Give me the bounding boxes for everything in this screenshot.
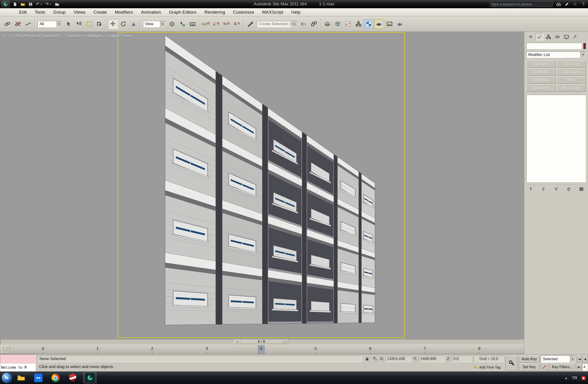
tab-display[interactable] (562, 33, 571, 40)
edit-named-selection-sets-button[interactable] (246, 19, 255, 29)
select-and-link-button[interactable] (2, 19, 12, 29)
show-end-result-button[interactable] (540, 186, 547, 192)
undo-button[interactable]: ↶▼ (34, 1, 44, 7)
save-file-button[interactable] (27, 1, 34, 7)
tab-modify[interactable] (535, 33, 544, 40)
coord-y-field[interactable] (419, 356, 444, 362)
menu-edit[interactable]: Edit (15, 8, 31, 17)
infocenter-help-button[interactable]: ? (580, 1, 587, 7)
new-scene-button[interactable] (11, 1, 19, 7)
redo-dropdown-arrow-icon[interactable]: ▼ (49, 3, 52, 5)
schematic-view-button[interactable] (354, 19, 363, 29)
tab-motion[interactable] (553, 33, 562, 40)
tab-utilities[interactable] (571, 33, 580, 40)
modifier-button-extrude[interactable]: Extrude (526, 69, 556, 76)
selection-lock-toggle[interactable] (364, 356, 371, 362)
select-and-move-button[interactable] (108, 19, 118, 29)
menu-maxscript[interactable]: MAXScript (258, 8, 287, 17)
rectangular-selection-region-button[interactable] (84, 19, 94, 29)
open-mini-curve-editor-button[interactable] (1, 346, 9, 353)
taskbar-explorer-button[interactable] (15, 372, 28, 383)
undo-dropdown-arrow-icon[interactable]: ▼ (40, 3, 42, 5)
project-folder-button[interactable] (53, 1, 61, 7)
chevron-down-icon[interactable]: ▼ (580, 52, 586, 58)
bind-to-space-warp-button[interactable] (23, 19, 33, 29)
select-and-rotate-button[interactable] (118, 19, 128, 29)
menu-animation[interactable]: Animation (137, 8, 165, 17)
configure-modifier-sets-button[interactable] (577, 186, 586, 192)
coord-x-field[interactable] (386, 356, 411, 362)
taskbar-3dsmax-button[interactable] (83, 372, 96, 383)
tray-app-icon[interactable] (581, 376, 586, 380)
select-object-button[interactable] (63, 19, 73, 29)
menu-views[interactable]: Views (70, 8, 89, 17)
previous-frame-arrow[interactable]: < (235, 340, 241, 344)
key-filters-button[interactable]: Key Filters... (549, 364, 575, 371)
current-frame-field[interactable] (582, 364, 588, 371)
selection-filter-combo[interactable]: All ▼ (38, 21, 62, 27)
modifier-button-edit-spline[interactable]: Edit Spline (557, 69, 586, 76)
favorites-button[interactable]: ☆ (571, 1, 578, 7)
modifier-button-edit-mesh[interactable]: Edit Mesh (526, 61, 556, 68)
mirror-button[interactable] (299, 19, 309, 29)
viewport-canvas[interactable]: [ + ] [ VRayPhysicalCamera001 ] [ Smooth… (0, 32, 524, 339)
menu-customize[interactable]: Customize (229, 8, 258, 17)
tab-create[interactable] (526, 33, 535, 40)
use-pivot-point-center-button[interactable] (167, 19, 177, 29)
percent-snap-toggle-button[interactable]: % (222, 19, 232, 29)
key-mode-combo[interactable]: Selected ▼ (541, 356, 575, 363)
select-and-scale-button[interactable] (129, 19, 139, 29)
viewport-general-menu[interactable]: [ + ] (3, 34, 10, 38)
menu-modifiers[interactable]: Modifiers (111, 8, 137, 17)
align-button[interactable] (309, 19, 319, 29)
unlink-selection-button[interactable] (13, 19, 23, 29)
chevron-down-icon[interactable]: ▼ (56, 21, 62, 27)
modifier-button-mapscaler[interactable]: MapScaler (557, 85, 586, 92)
rendered-frame-window-button[interactable] (385, 19, 395, 29)
previous-frame-button[interactable]: ◀ (582, 356, 588, 363)
viewport-shading-menu[interactable]: [ Smooth + Highlights + Edged Faces ] (65, 34, 134, 38)
menu-create[interactable]: Create (89, 8, 111, 17)
track-bar[interactable]: 0 1 2 3 4 5 6 7 8 (0, 345, 524, 354)
make-unique-button[interactable] (552, 186, 560, 192)
render-setup-button[interactable] (374, 19, 384, 29)
chevron-down-icon[interactable]: ▼ (292, 21, 297, 27)
default-tangent-button[interactable] (541, 364, 548, 371)
set-key-button[interactable]: Set Key (519, 364, 540, 371)
language-indicator[interactable]: TR (572, 376, 577, 381)
layer-manager-button[interactable] (322, 19, 332, 29)
search-binoculars-button[interactable] (555, 1, 562, 7)
chevron-down-icon[interactable]: ▼ (570, 356, 575, 362)
modifier-button-edit-poly[interactable]: Edit Poly (557, 61, 586, 68)
modifier-button-slice[interactable]: Slice (557, 77, 586, 84)
maxscript-mini-listener[interactable]: Welcome to M (0, 363, 36, 372)
reference-coordinate-system-combo[interactable]: View ▼ (143, 21, 166, 27)
add-time-tag[interactable]: Add Time Tag (474, 364, 504, 370)
infocenter-search-input[interactable] (491, 2, 551, 6)
auto-key-button[interactable]: Auto Key (519, 356, 540, 363)
object-name-input[interactable] (526, 43, 582, 49)
chevron-down-icon[interactable]: ▼ (160, 21, 165, 27)
open-file-button[interactable] (19, 1, 27, 7)
taskbar-teamviewer-button[interactable] (32, 372, 45, 383)
macro-recorder-field[interactable] (0, 354, 36, 363)
select-by-name-button[interactable] (74, 19, 84, 29)
goto-end-button[interactable]: ▶| (577, 364, 582, 371)
communication-center-button[interactable] (563, 1, 570, 7)
set-keys-button[interactable] (506, 356, 517, 371)
application-menu-button[interactable] (1, 1, 10, 7)
remove-modifier-button[interactable] (565, 186, 573, 192)
taskbar-chrome-button[interactable] (49, 372, 62, 383)
pin-stack-button[interactable] (527, 186, 535, 192)
viewport-pov-menu[interactable]: [ VRayPhysicalCamera001 ] (12, 34, 63, 38)
absolute-mode-transform-toggle[interactable] (372, 356, 379, 362)
tray-show-hidden-icons[interactable]: ▲ (565, 376, 567, 380)
modifier-button-symmetry[interactable]: Symmetry (526, 85, 556, 92)
modifier-button-uvw-map[interactable]: UVW Map (526, 77, 556, 84)
snaps-toggle-button[interactable]: 2.5 (201, 19, 211, 29)
menu-rendering[interactable]: Rendering (200, 8, 229, 17)
menu-help[interactable]: Help (287, 8, 304, 17)
menu-tools[interactable]: Tools (31, 8, 49, 17)
spinner-snap-toggle-button[interactable]: ⇅ (232, 19, 242, 29)
select-and-manipulate-button[interactable] (177, 19, 187, 29)
